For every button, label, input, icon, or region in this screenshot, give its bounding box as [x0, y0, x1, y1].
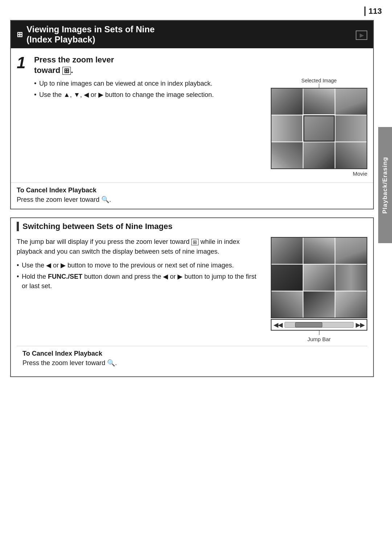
step1-main: Up to nine images can be viewed at once … [34, 79, 367, 177]
image-grid1-container: Selected Image [271, 88, 367, 177]
section1-header: ⊞ Viewing Images in Sets of Nine(Index P… [11, 21, 373, 48]
search-icon2: 🔍 [107, 359, 115, 367]
grid-cell-8 [303, 142, 335, 168]
jump-bar-track [285, 322, 354, 328]
section1-title: Viewing Images in Sets of Nine(Index Pla… [26, 24, 155, 45]
step1-title: Press the zoom lever toward ⊞. [34, 55, 367, 75]
step-number: 1 [17, 55, 30, 71]
jump-bar-row: ◀◀ ▶▶ [271, 319, 367, 331]
section-switching: Switching between Sets of Nine Images Th… [10, 217, 374, 377]
jump-image-grid [271, 237, 367, 318]
jump-bar-container: ◀◀ ▶▶ Jump Bar [271, 237, 367, 342]
jump-bar-indicator-line [319, 331, 319, 335]
jump-grid-9 [335, 291, 367, 318]
jump-grid-6 [335, 265, 367, 291]
jump-grid-2 [303, 238, 335, 264]
search-icon1: 🔍 [101, 196, 109, 203]
index-icon: ⊞ [17, 30, 23, 39]
cancel-title1: To Cancel Index Playback [17, 187, 367, 194]
jump-grid-5 [303, 265, 335, 291]
playback-badge: ▶ [356, 30, 367, 40]
section2-bullet2: Hold the FUNC./SET button down and press… [17, 272, 262, 290]
step1-bullets: Up to nine images can be viewed at once … [34, 79, 264, 99]
movie-label: Movie [271, 171, 367, 177]
section2-body: The jump bar will display if you press t… [11, 237, 373, 376]
step1-text: Up to nine images can be viewed at once … [34, 79, 264, 102]
page-number: 113 [364, 7, 382, 16]
grid-cell-2 [303, 89, 335, 115]
section1-body: 1 Press the zoom lever toward ⊞. Up to n… [11, 48, 373, 183]
section2-bullets: Use the ◀ or ▶ button to move to the pre… [17, 261, 262, 291]
cancel-title2: To Cancel Index Playback [23, 350, 362, 357]
bullet2: Use the ▲, ▼, ◀ or ▶ button to change th… [34, 90, 264, 99]
section2-intro: The jump bar will display if you press t… [17, 237, 262, 257]
section2-title: Switching between Sets of Nine Images [17, 222, 367, 231]
jump-bar-label: Jump Bar [271, 336, 367, 342]
cancel-section1: To Cancel Index Playback Press the zoom … [11, 183, 373, 209]
image-grid1 [271, 88, 367, 169]
grid-cell-1 [271, 89, 303, 115]
jump-right-arrow: ▶▶ [356, 322, 364, 328]
jump-grid-8 [303, 291, 335, 318]
step1-content: Press the zoom lever toward ⊞. Up to nin… [34, 55, 367, 177]
jump-left-arrow: ◀◀ [274, 322, 282, 328]
jump-grid-4 [271, 265, 303, 291]
section2-main: The jump bar will display if you press t… [17, 237, 367, 342]
cancel-text1: Press the zoom lever toward 🔍. [17, 196, 367, 204]
selected-image-label: Selected Image [301, 78, 336, 83]
main-content: ⊞ Viewing Images in Sets of Nine(Index P… [10, 20, 374, 537]
section2-header: Switching between Sets of Nine Images [11, 218, 373, 233]
func-set-bold: FUNC./SET [48, 273, 82, 280]
grid-cell-9 [335, 142, 367, 168]
playback-badge-container: ▶ [356, 29, 367, 40]
section-index-playback: ⊞ Viewing Images in Sets of Nine(Index P… [10, 20, 374, 209]
step1-title-line2: toward ⊞. [34, 66, 73, 75]
section2-text: The jump bar will display if you press t… [17, 237, 262, 293]
cancel-section2: To Cancel Index Playback Press the zoom … [17, 346, 367, 371]
bullet1: Up to nine images can be viewed at once … [34, 79, 264, 88]
grid-cell-7 [271, 142, 303, 168]
jump-grid-1 [271, 238, 303, 264]
section2-bullet1: Use the ◀ or ▶ button to move to the pre… [17, 261, 262, 270]
side-tab: Playback/Erasing [378, 127, 392, 243]
step1-title-line1: Press the zoom lever [34, 55, 114, 64]
jump-bar-thumb [295, 322, 322, 327]
step1-row: 1 Press the zoom lever toward ⊞. Up to n… [17, 55, 367, 177]
grid-cell-4 [271, 115, 303, 142]
side-tab-label: Playback/Erasing [381, 157, 389, 214]
grid-cell-5-selected [303, 115, 335, 142]
grid-cell-6 [335, 115, 367, 142]
grid-cell-3 [335, 89, 367, 115]
cancel-text2: Press the zoom lever toward 🔍. [23, 359, 362, 367]
jump-grid-3 [335, 238, 367, 264]
jump-grid-7 [271, 291, 303, 318]
index-icon2: ⊞ [191, 239, 199, 245]
